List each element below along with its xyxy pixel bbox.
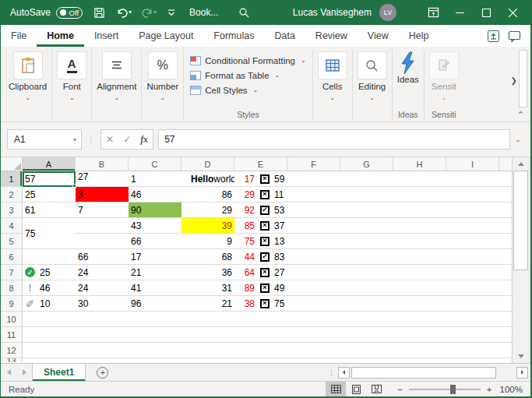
cell-F11[interactable] (287, 327, 340, 342)
cell-I7[interactable] (446, 265, 499, 280)
enter-icon[interactable]: ✓ (123, 134, 131, 145)
cell-A8[interactable]: !46 (23, 280, 76, 295)
cell-partial-6[interactable] (499, 249, 512, 264)
tab-help[interactable]: Help (399, 25, 439, 47)
cell-D2[interactable]: 86 (181, 187, 234, 202)
cell-I6[interactable] (446, 249, 499, 264)
cell-C8[interactable]: 41 (129, 280, 181, 295)
row-header-12[interactable]: 12 (1, 343, 23, 357)
vertical-scroll-track[interactable] (513, 270, 529, 350)
clipboard-icon[interactable] (13, 51, 43, 79)
add-sheet-icon[interactable]: + (97, 367, 108, 379)
cell-G7[interactable] (340, 265, 393, 280)
autosave-toggle[interactable]: AutoSave Off (10, 7, 83, 19)
cell-H4[interactable] (393, 218, 446, 233)
cell-I5[interactable] (446, 234, 499, 248)
comments-icon[interactable] (508, 30, 521, 43)
cell-H13[interactable] (393, 358, 446, 362)
row-header-6[interactable]: 6 (1, 249, 23, 264)
cell-partial-11[interactable] (499, 327, 512, 342)
styles-item-cell-styles[interactable]: Cell Styles⌄ (190, 83, 305, 97)
cell-H3[interactable] (393, 203, 446, 217)
cell-G8[interactable] (340, 280, 393, 295)
row-header-2[interactable]: 2 (1, 187, 23, 202)
ribbon-group-editing[interactable]: Editing ⌄ (353, 49, 393, 121)
row-header-8[interactable]: 8 (1, 280, 23, 295)
quick-access-toolbar-button[interactable] (164, 2, 178, 23)
cell-D7[interactable]: 36 (181, 265, 234, 280)
number-icon[interactable]: % (148, 51, 178, 79)
cell-H5[interactable] (393, 234, 446, 248)
fill-handle[interactable] (72, 184, 76, 188)
save-button[interactable] (90, 2, 108, 23)
sensitivity-icon[interactable] (429, 51, 459, 79)
cell-F4[interactable]: ×37 (287, 218, 340, 233)
tab-file[interactable]: File (1, 25, 37, 47)
crossed-box-icon[interactable]: × (260, 284, 270, 293)
zoom-out-icon[interactable]: − (397, 385, 403, 394)
cell-H10[interactable] (393, 312, 446, 326)
undo-menu-chevron-icon[interactable]: ▾ (129, 9, 132, 16)
cell-B3[interactable]: 7 (76, 203, 129, 217)
column-header-D[interactable]: D (181, 157, 234, 171)
cell-F9[interactable]: ×75 (287, 296, 340, 311)
sheet-tab-sheet1[interactable]: Sheet1 (32, 364, 86, 381)
cell-F5[interactable]: ×13 (287, 234, 340, 248)
ribbon-group-cells[interactable]: Cells ⌄ (313, 49, 353, 121)
cell-H11[interactable] (393, 327, 446, 342)
ribbon-overflow-scrollbar[interactable] (519, 50, 527, 107)
crossed-box-icon[interactable]: × (260, 174, 270, 184)
cell-B4[interactable] (76, 218, 129, 233)
cell-A9[interactable]: ✎10 (23, 296, 76, 311)
cell-H9[interactable] (393, 296, 446, 311)
cell-partial-13[interactable] (499, 358, 512, 362)
cell-partial-3[interactable] (499, 203, 512, 217)
cell-B9[interactable]: 30 (76, 296, 129, 311)
cell-G12[interactable] (340, 343, 393, 357)
ribbon-group-clipboard[interactable]: Clipboard ⌄ (4, 49, 52, 121)
close-button[interactable] (499, 0, 526, 25)
tab-home[interactable]: Home (37, 25, 84, 47)
row-header-5[interactable]: 5 (1, 234, 23, 248)
cell-G4[interactable] (340, 218, 393, 233)
row-header-3[interactable]: 3 (1, 203, 23, 217)
cell-A3[interactable]: 61 (23, 203, 76, 217)
cell-A2[interactable]: 25 (23, 187, 76, 202)
cell-D10[interactable] (181, 312, 234, 326)
cells-icon[interactable] (318, 51, 347, 79)
cell-C3[interactable]: 90 (129, 203, 181, 217)
cell-G13[interactable] (340, 358, 393, 362)
tab-view[interactable]: View (358, 25, 399, 47)
cell-F12[interactable] (287, 343, 340, 357)
name-box[interactable]: A1 ▾ (7, 129, 82, 150)
scroll-up-icon[interactable] (513, 157, 529, 171)
scroll-down-icon[interactable] (513, 350, 529, 363)
avatar[interactable]: LV (379, 4, 396, 21)
page-break-view-button[interactable] (366, 382, 386, 396)
cell-E12[interactable] (234, 343, 287, 357)
cell-partial-5[interactable] (499, 234, 512, 248)
column-header-H[interactable]: H (393, 157, 446, 171)
cell-G6[interactable] (340, 249, 393, 264)
cell-D1[interactable]: Hello world (181, 171, 234, 186)
redo-button[interactable]: ▾ (138, 2, 160, 23)
ribbon-group-font[interactable]: A Font ⌄ (52, 49, 92, 121)
cell-I9[interactable] (446, 296, 499, 311)
cell-I12[interactable] (446, 343, 499, 357)
cell-C6[interactable]: 17 (129, 249, 181, 264)
ribbon-collapse-icon[interactable]: ⌃ (517, 110, 524, 120)
cell-F2[interactable]: ×11 (287, 187, 340, 202)
merged-cell-A4-A5[interactable]: 75 (23, 218, 76, 249)
row-header-9[interactable]: 9 (1, 296, 23, 311)
checked-box-icon[interactable]: ✓ (260, 206, 270, 215)
cell-partial-12[interactable] (499, 343, 512, 357)
row-header-11[interactable]: 11 (1, 327, 23, 342)
cell-G1[interactable] (340, 171, 393, 186)
cell-I11[interactable] (446, 327, 499, 342)
cell-C1[interactable]: 1 (129, 171, 181, 186)
formula-input[interactable]: 57 (158, 129, 510, 150)
ideas-button[interactable]: Ideas (397, 51, 419, 85)
cell-B13[interactable] (76, 358, 129, 362)
page-layout-view-button[interactable] (346, 382, 366, 396)
cell-G3[interactable] (340, 203, 393, 217)
